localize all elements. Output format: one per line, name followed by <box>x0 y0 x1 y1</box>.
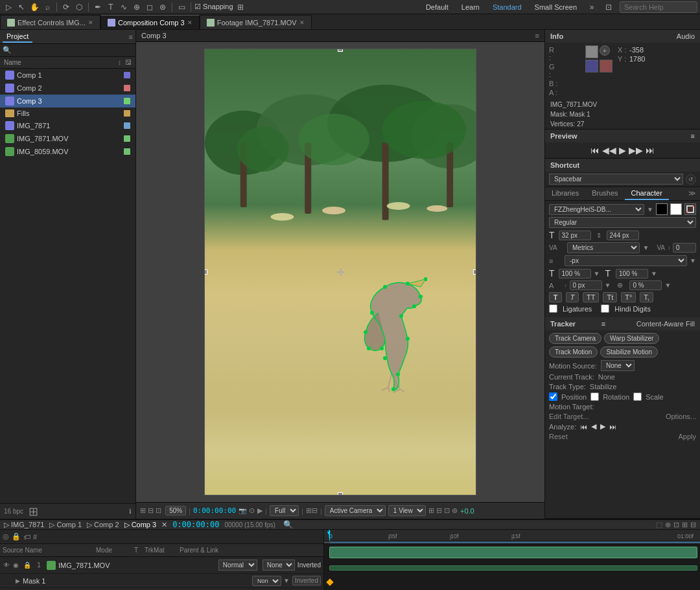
color-swatch-2[interactable] <box>585 60 598 73</box>
tl-time-display[interactable]: 0:00:00:00 <box>172 520 219 529</box>
horiz-scale-expand[interactable]: ▼ <box>651 270 657 277</box>
tl-parent-select-1[interactable]: None <box>262 560 295 571</box>
tl-icon5[interactable]: ⊟ <box>690 521 696 529</box>
tool-rotate[interactable]: ⟳ <box>60 1 72 13</box>
preview-fast-forward[interactable]: ▶▶ <box>629 145 643 155</box>
tool-eraser[interactable]: ◻ <box>144 1 156 13</box>
effect-controls-close[interactable]: ✕ <box>88 19 93 26</box>
warp-stabilizer-btn[interactable]: Warp Stabilizer <box>604 333 659 344</box>
position-checkbox[interactable] <box>549 392 557 401</box>
vert-scale-input[interactable] <box>559 269 591 278</box>
tl-solo-btn-1[interactable]: ◉ <box>13 562 21 569</box>
shortcut-header[interactable]: Shortcut <box>545 159 700 172</box>
tl-tab-comp2[interactable]: ▷ Comp 2 <box>87 521 119 529</box>
apply-btn[interactable]: Apply <box>678 433 696 440</box>
project-add-icon[interactable]: 🖫 <box>125 59 132 66</box>
tool-pen[interactable]: ✒ <box>92 1 104 13</box>
tab-brushes[interactable]: Brushes <box>585 187 624 200</box>
tl-mask1-expand2[interactable]: ▼ <box>283 577 290 584</box>
color-swatch-main[interactable] <box>585 45 598 58</box>
project-new-btn[interactable]: ⊞ <box>29 505 38 519</box>
tl-ctrl-num[interactable]: # <box>33 533 37 541</box>
canvas-handle-left[interactable] <box>204 269 207 275</box>
options-btn[interactable]: Options... <box>666 413 696 420</box>
project-menu-icon[interactable]: ≡ <box>129 33 133 41</box>
content-aware-fill-tab[interactable]: Content-Aware Fill <box>636 320 695 328</box>
font-expand-icon[interactable]: ▼ <box>647 206 653 213</box>
tracking-input[interactable] <box>673 243 696 253</box>
tool-arrow[interactable]: ▷ <box>3 1 14 13</box>
tl-tab-comp3[interactable]: ▷ Comp 3 <box>124 521 157 529</box>
scale-checkbox[interactable] <box>633 392 642 401</box>
track-motion-btn[interactable]: Track Motion <box>549 346 598 357</box>
tool-text[interactable]: T <box>105 1 117 13</box>
tool-puppet[interactable]: ⊛ <box>157 1 169 13</box>
canvas-handle-top[interactable] <box>338 49 343 52</box>
project-item-comp3[interactable]: Comp 3 <box>0 95 135 108</box>
tl-lock-btn-1[interactable]: 🔒 <box>23 562 31 569</box>
workspace-learn[interactable]: Learn <box>458 3 484 11</box>
project-search-input[interactable] <box>14 47 133 54</box>
audio-tab[interactable]: Audio <box>677 32 695 40</box>
analyze-rev-full[interactable]: ⏮ <box>580 423 587 431</box>
analyze-rev-one[interactable]: ◀ <box>591 422 596 431</box>
tool-zoom[interactable]: ⌕ <box>41 1 53 13</box>
swatch-add-btn[interactable]: + <box>600 45 610 56</box>
preview-go-start[interactable]: ⏮ <box>590 145 600 155</box>
workspace-small-screen[interactable]: Small Screen <box>531 3 581 11</box>
tl-ctrl-lock[interactable]: 🔒 <box>12 532 21 541</box>
tracker-header[interactable]: Tracker ≡ Content-Aware Fill <box>545 317 700 330</box>
info-section-header[interactable]: Info Audio <box>545 30 700 43</box>
canvas-handle-right[interactable] <box>473 269 476 275</box>
style-super[interactable]: T° <box>621 292 636 302</box>
char-stroke-color[interactable] <box>670 203 682 215</box>
char-fill-color[interactable] <box>656 203 668 215</box>
kerning-expand[interactable]: ▼ <box>642 244 649 251</box>
tab-effect-controls[interactable]: Effect Controls IMG... ✕ <box>0 15 100 29</box>
canvas-handle-bottom[interactable] <box>338 492 343 495</box>
baseline-expand[interactable]: ▼ <box>605 282 611 289</box>
viewer-time[interactable]: 0:00:00:00 <box>193 506 236 515</box>
tl-icon4[interactable]: ⊞ <box>682 521 688 529</box>
font-size-input[interactable] <box>559 231 591 240</box>
baseline-input[interactable] <box>570 280 602 290</box>
preview-rewind[interactable]: ◀◀ <box>602 145 616 155</box>
color-swatch-3[interactable] <box>600 60 612 73</box>
shortcut-reset-btn[interactable]: ↺ <box>686 174 696 185</box>
footage-tab-close[interactable]: ✕ <box>299 19 305 26</box>
tl-close-icon[interactable]: ✕ <box>161 521 167 529</box>
snapping-icon[interactable]: ⊞ <box>235 1 246 13</box>
style-bold[interactable]: T <box>549 292 562 302</box>
view-layout-selector[interactable]: 1 View <box>388 505 426 516</box>
tl-search-icon[interactable]: 🔍 <box>283 520 293 529</box>
edit-target-btn[interactable]: Edit Target... <box>549 413 589 420</box>
project-item-img7871[interactable]: IMG_7871 <box>0 119 135 132</box>
preview-header[interactable]: Preview ≡ <box>545 130 700 142</box>
workspace-default[interactable]: Default <box>422 3 452 11</box>
font-style-select[interactable]: Regular <box>549 217 696 228</box>
tracker-menu-icon[interactable]: ≡ <box>601 320 605 328</box>
workspace-standard[interactable]: Standard <box>489 3 526 11</box>
tl-layer-row-1[interactable]: 👁 ◉ 🔒 1 IMG_7871.MOV Normal None Inverte… <box>0 557 323 574</box>
font-name-select[interactable]: FZZhengHeiS-DB... <box>549 204 644 215</box>
tsume-input[interactable] <box>629 280 662 290</box>
kerning-select[interactable]: Metrics <box>567 242 640 253</box>
char-stroke-icon[interactable] <box>684 203 696 215</box>
tab-character[interactable]: Character <box>625 187 669 200</box>
zoom-selector[interactable]: 50% <box>165 506 186 516</box>
tool-brush[interactable]: ∿ <box>118 1 130 13</box>
tl-mask1-expand[interactable]: ▶ <box>16 578 20 584</box>
search-input[interactable] <box>620 1 697 13</box>
style-sub[interactable]: T, <box>640 292 653 302</box>
horiz-scale-input[interactable] <box>616 269 648 278</box>
stabilize-motion-btn[interactable]: Stabilize Motion <box>600 346 658 357</box>
comp-tab-close[interactable]: ✕ <box>187 19 192 26</box>
leading-input[interactable] <box>607 231 639 240</box>
analyze-fwd-one[interactable]: ▶ <box>600 422 605 431</box>
motion-source-select[interactable]: None <box>601 360 635 371</box>
project-item-comp2[interactable]: Comp 2 <box>0 82 135 95</box>
indent-select[interactable]: -px <box>565 255 687 266</box>
analyze-fwd-full[interactable]: ⏭ <box>609 423 616 431</box>
project-info-icon[interactable]: ℹ <box>129 508 132 515</box>
tl-ctrl-solo[interactable]: ◎ <box>3 532 9 541</box>
